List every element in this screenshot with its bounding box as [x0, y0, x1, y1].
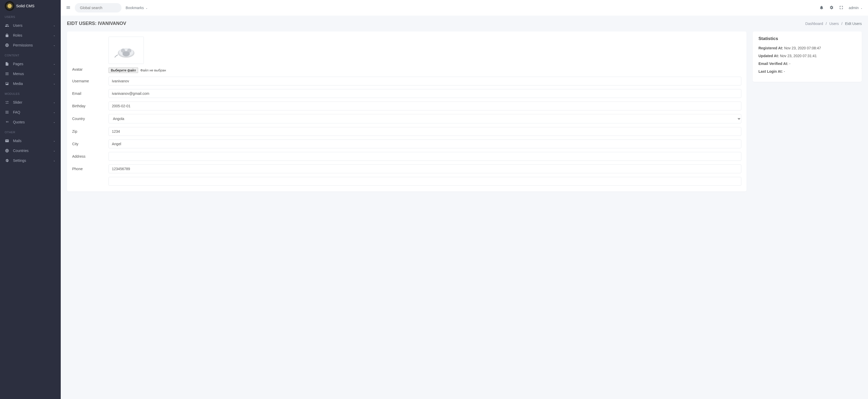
sidebar-item-menus[interactable]: Menus — [0, 69, 61, 79]
globe-icon — [5, 148, 9, 153]
chevron-down-icon — [53, 72, 56, 75]
phone-field[interactable] — [108, 165, 741, 173]
sidebar-item-label: Quotes — [13, 120, 53, 124]
breadcrumb-link[interactable]: Dashboard — [805, 22, 824, 26]
list-icon — [5, 72, 9, 76]
choose-file-button[interactable]: Выберите файл — [108, 67, 138, 73]
chevron-down-icon — [53, 101, 56, 104]
stat-lastlogin: Last Login At: - — [758, 69, 856, 74]
sidebar-item-label: Users — [13, 23, 53, 28]
email-field[interactable] — [108, 89, 741, 98]
sidebar-section-label: MODULES — [0, 89, 61, 97]
sidebar-item-countries[interactable]: Countries — [0, 146, 61, 155]
sidebar-item-label: Pages — [13, 62, 53, 66]
sidebar-item-mails[interactable]: Mails — [0, 136, 61, 146]
page-header: EIDT USERS: IVANIVANOV Dashboard / Users… — [61, 16, 868, 31]
users-icon — [5, 23, 9, 28]
bookmarks-menu[interactable]: Bookmarks — [126, 6, 148, 10]
stat-updated: Updated At: Nov 23, 2020 07:31:41 — [758, 54, 856, 58]
chevron-down-icon — [860, 6, 863, 9]
extra-field[interactable] — [108, 177, 741, 186]
address-field[interactable] — [108, 152, 741, 161]
sidebar-item-label: FAQ — [13, 110, 53, 114]
avatar-label: Avatar — [72, 37, 108, 72]
lock-icon — [5, 33, 9, 38]
chevron-down-icon — [53, 82, 56, 85]
user-menu[interactable]: admin — [849, 6, 863, 10]
sidebar-item-media[interactable]: Media — [0, 79, 61, 89]
sidebar-item-label: Roles — [13, 33, 53, 37]
sidebar-item-pages[interactable]: Pages — [0, 59, 61, 69]
user-label: admin — [849, 6, 859, 10]
zip-field[interactable] — [108, 127, 741, 136]
country-select[interactable]: Angola — [108, 114, 741, 123]
global-search[interactable] — [75, 3, 122, 12]
chevron-down-icon — [53, 34, 56, 37]
globe-icon — [5, 43, 9, 48]
chevron-down-icon — [53, 139, 56, 142]
chevron-down-icon — [53, 44, 56, 47]
hamburger-icon[interactable] — [66, 5, 71, 11]
gear-icon[interactable] — [829, 5, 834, 11]
sidebar-item-label: Media — [13, 82, 53, 86]
sidebar-item-faq[interactable]: FAQ — [0, 107, 61, 117]
sidebar-item-label: Settings — [13, 159, 53, 163]
sidebar-item-label: Slider — [13, 100, 53, 105]
email-label: Email — [72, 91, 108, 95]
sidebar-item-quotes[interactable]: Quotes — [0, 117, 61, 127]
page-title: EIDT USERS: IVANIVANOV — [67, 21, 126, 26]
file-status: Файл не выбран — [140, 68, 166, 72]
form-card: Avatar — [67, 31, 746, 192]
username-field[interactable] — [108, 77, 741, 85]
stat-registered: Registered At: Nov 23, 2020 07:08:47 — [758, 46, 856, 50]
chevron-down-icon — [53, 62, 56, 65]
stat-verified: Email Verified At: - — [758, 62, 856, 66]
avatar-preview — [108, 37, 144, 64]
stats-title: Statistics — [758, 36, 856, 41]
chevron-down-icon — [53, 120, 56, 124]
address-label: Address — [72, 154, 108, 159]
city-label: City — [72, 142, 108, 146]
media-icon — [5, 81, 9, 86]
birthday-field[interactable] — [108, 102, 741, 110]
chevron-down-icon — [53, 149, 56, 152]
sidebar-item-settings[interactable]: Settings — [0, 155, 61, 166]
sidebar-item-roles[interactable]: Roles — [0, 30, 61, 40]
sidebar-item-label: Mails — [13, 139, 53, 143]
file-icon — [5, 62, 9, 66]
fullscreen-icon[interactable] — [839, 5, 844, 11]
chevron-down-icon — [145, 6, 148, 9]
sidebar-section-label: USERS — [0, 12, 61, 21]
sidebar: Solid CMS USERSUsersRolesPermissionsCONT… — [0, 0, 61, 399]
zip-label: Zip — [72, 130, 108, 134]
svg-point-4 — [123, 51, 130, 56]
bookmarks-label: Bookmarks — [126, 6, 144, 10]
sidebar-item-label: Countries — [13, 149, 53, 153]
statistics-card: Statistics Registered At: Nov 23, 2020 0… — [753, 31, 862, 82]
chevron-down-icon — [53, 111, 56, 114]
birthday-label: Birthday — [72, 104, 108, 108]
phone-label: Phone — [72, 167, 108, 171]
sidebar-section-label: OTHER — [0, 127, 61, 136]
sidebar-item-label: Permissions — [13, 43, 53, 47]
list-icon — [5, 110, 9, 115]
logo-icon — [5, 1, 14, 11]
brand[interactable]: Solid CMS — [0, 0, 61, 12]
breadcrumb-link[interactable]: Users — [829, 22, 839, 26]
country-label: Country — [72, 117, 108, 121]
search-input[interactable] — [80, 6, 116, 10]
bell-icon[interactable] — [819, 5, 824, 11]
sidebar-item-users[interactable]: Users — [0, 21, 61, 30]
chevron-down-icon — [53, 159, 56, 162]
sidebar-item-permissions[interactable]: Permissions — [0, 40, 61, 50]
sidebar-item-slider[interactable]: Slider — [0, 97, 61, 107]
chevron-down-icon — [53, 24, 56, 27]
brand-name: Solid CMS — [16, 4, 34, 8]
quote-icon — [5, 120, 9, 124]
city-field[interactable] — [108, 140, 741, 148]
sidebar-section-label: CONTENT — [0, 50, 61, 59]
gear-icon — [5, 158, 9, 163]
mail-icon — [5, 139, 9, 143]
sliders-icon — [5, 100, 9, 105]
breadcrumb: Dashboard / Users / Eidt Users — [805, 22, 862, 26]
